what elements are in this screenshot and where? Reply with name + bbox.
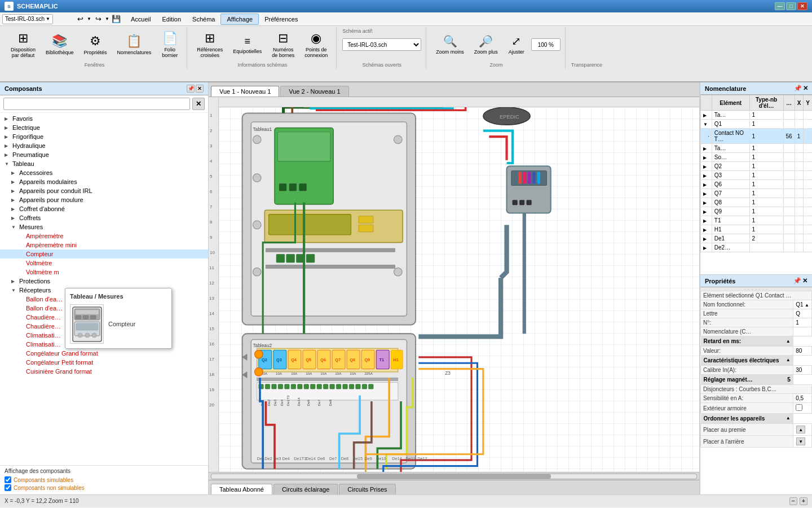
search-input[interactable] — [3, 98, 190, 110]
canvas-content[interactable]: Tableau1 — [219, 107, 699, 472]
svg-rect-18 — [359, 225, 373, 232]
redo-dropdown[interactable]: ▼ — [86, 14, 92, 24]
scrollbar-thumb[interactable] — [357, 474, 551, 479]
tree-item-frigorifique[interactable]: ▶Frigorifique — [0, 132, 208, 141]
nom-row[interactable]: ▶De2… — [701, 243, 813, 252]
nom-row[interactable]: ▶Q61 — [701, 180, 813, 189]
tree-item-protections[interactable]: ▶Protections — [0, 277, 208, 286]
tree-item-coffret-abo[interactable]: ▶Coffret d'abonné — [0, 204, 208, 213]
tree-item-compteur[interactable]: Compteur — [0, 249, 208, 259]
horizontal-scrollbar[interactable] — [209, 472, 699, 480]
tree-item-electrique[interactable]: ▶Electrique — [0, 123, 208, 132]
tab-vue1[interactable]: Vue 1 - Nouveau 1 — [211, 86, 279, 97]
tree-item-accessoires[interactable]: ▶Accessoires — [0, 168, 208, 177]
nom-row[interactable]: ▶So…1 — [701, 153, 813, 162]
btn-nomenclatures[interactable]: 📋 Nomenclatures — [113, 28, 156, 61]
check-non-simulables[interactable] — [5, 484, 11, 491]
save-button[interactable]: 💾 — [111, 14, 122, 24]
nom-row[interactable]: ▶T11 — [701, 216, 813, 225]
tree-item-appareils-mou[interactable]: ▶Appareils pour moulure — [0, 195, 208, 204]
svg-text:Q2: Q2 — [262, 357, 267, 362]
svg-rect-17 — [359, 216, 373, 224]
nom-row[interactable]: ▶Ta…1 — [701, 111, 813, 120]
menu-affichage[interactable]: Affichage — [220, 14, 259, 25]
nom-row-selected[interactable]: ·Contact NO T…1561 — [701, 129, 813, 144]
tree-item-pneumatique[interactable]: ▶Pneumatique — [0, 150, 208, 159]
check-simulables[interactable] — [5, 476, 11, 483]
tree-item-appareils-irl[interactable]: ▶Appareils pour conduit IRL — [0, 186, 208, 195]
tree-item-voltmetre[interactable]: Voltmètre — [0, 259, 208, 268]
nom-row[interactable]: ▶Q31 — [701, 171, 813, 180]
exterieur-checkbox[interactable] — [796, 404, 802, 411]
panel-pin[interactable]: 📌 — [187, 85, 195, 93]
menu-edition[interactable]: Edition — [156, 14, 187, 24]
tab-vue2[interactable]: Vue 2 - Nouveau 1 — [280, 86, 348, 97]
nom-row[interactable]: ▶H11 — [701, 225, 813, 234]
nom-row[interactable]: ▶Q21 — [701, 162, 813, 171]
schema-dropdown[interactable]: Test-IRL-03.sch — [342, 38, 421, 51]
btn-points-connexion[interactable]: ◉ Points deconnexion — [301, 28, 332, 61]
menu-schema[interactable]: Schéma — [187, 14, 220, 24]
redo-button[interactable]: ↪ — [92, 14, 104, 24]
maximize-button[interactable]: □ — [786, 2, 796, 10]
tree-item-amperemetre-mini[interactable]: Ampèremètre mini — [0, 240, 208, 249]
minimize-button[interactable]: — — [775, 2, 785, 10]
status-zoom-plus[interactable]: + — [800, 497, 807, 505]
tree-item-favoris[interactable]: ▶Favoris — [0, 114, 208, 123]
placer-premier-btn[interactable]: ▲ — [796, 426, 805, 433]
clear-search-button[interactable]: ✕ — [192, 98, 205, 110]
file-combo[interactable]: Test-IRL-03.sch ▼ — [2, 14, 53, 24]
nom-close[interactable]: ✕ — [803, 85, 808, 92]
tree-item-amperemetre[interactable]: Ampèremètre — [0, 231, 208, 240]
svg-rect-69 — [323, 384, 328, 389]
tree-item-mesures[interactable]: ▼Mesures — [0, 222, 208, 231]
tree-item-coffrets[interactable]: ▶Coffrets — [0, 213, 208, 222]
btn-numeros-bornes[interactable]: ⊟ Numérosde bornes — [268, 28, 298, 61]
nom-pin[interactable]: 📌 — [794, 85, 802, 92]
placer-arriere-btn[interactable]: ▼ — [796, 437, 805, 445]
col-element-name: Elément — [712, 95, 749, 111]
schema-selector[interactable]: Test-IRL-03.sch — [342, 38, 421, 51]
tree-item-voltmetre-m[interactable]: Voltmètre m — [0, 268, 208, 277]
tree-item-congelateur-gf[interactable]: Congélateur Grand format — [0, 349, 208, 358]
tab-circuits-eclairage[interactable]: Circuits éclairage — [273, 484, 338, 494]
btn-zoom-plus[interactable]: 🔎 Zoom plus — [470, 28, 502, 61]
props-close[interactable]: ✕ — [802, 277, 807, 284]
nom-row[interactable]: ▼Q11 — [701, 120, 813, 129]
btn-equipotielles[interactable]: ≡ Equipotielles — [229, 28, 266, 61]
nom-row[interactable]: ▶Q81 — [701, 198, 813, 207]
scrollbar-track[interactable] — [211, 474, 697, 479]
btn-refs-croisees[interactable]: ⊞ Référencescroisées — [193, 28, 227, 61]
btn-disposition[interactable]: ⊞ Dispositionpar défaut — [7, 28, 39, 61]
btn-zoom-moins[interactable]: 🔍 Zoom moins — [432, 28, 468, 61]
tree-item-cuisiniere-gf[interactable]: Cuisinière Grand format — [0, 367, 208, 376]
btn-proprietes[interactable]: ⚙ Propriétés — [80, 28, 111, 61]
nom-row[interactable]: ▶Q71 — [701, 189, 813, 198]
svg-rect-65 — [298, 384, 302, 389]
canvas-area[interactable]: 1 2 3 4 5 6 7 8 9 10 11 12 13 14 15 16 1… — [209, 97, 699, 472]
tab-tableau-abonne[interactable]: Tableau Abonné — [211, 484, 272, 494]
status-zoom-minus[interactable]: − — [789, 497, 797, 505]
properties-table-container[interactable]: Elément sélectionné Q1 Contact … Nom fon… — [700, 291, 812, 494]
nom-row[interactable]: ▶De12 — [701, 234, 813, 243]
zoom-value-input[interactable] — [531, 38, 561, 51]
btn-folio-bornier[interactable]: 📄 Foliobornier — [157, 28, 182, 61]
undo-button[interactable]: ↩ — [74, 14, 86, 24]
nom-row[interactable]: ▶Q91 — [701, 207, 813, 216]
props-pin[interactable]: 📌 — [793, 277, 801, 284]
menu-preferences[interactable]: Préférences — [259, 14, 303, 24]
nom-row[interactable]: ▶Ta…1 — [701, 144, 813, 153]
redo-dropdown2[interactable]: ▼ — [104, 14, 110, 24]
btn-bibliotheque[interactable]: 📚 Bibliothèque — [42, 28, 78, 61]
panel-close[interactable]: ✕ — [196, 85, 204, 93]
tree-item-tableau[interactable]: ▼Tableau — [0, 159, 208, 168]
close-button[interactable]: ✕ — [797, 2, 807, 10]
nomenclature-table-container[interactable]: Elément Type-nb d'él… … X Y ▶Ta…1 ▼Q11 ·… — [700, 95, 812, 274]
tree-item-congelateur-pf[interactable]: Congélateur Petit format — [0, 358, 208, 367]
menu-accueil[interactable]: Accueil — [125, 14, 156, 24]
tree-item-hydraulique[interactable]: ▶Hydraulique — [0, 141, 208, 150]
tab-circuits-prises[interactable]: Circuits Prises — [339, 484, 395, 494]
btn-ajuster[interactable]: ⤢ Ajuster — [504, 28, 529, 61]
circuit-diagram[interactable]: Tableau1 — [219, 107, 699, 472]
tree-item-appareils-mod[interactable]: ▶Appareils modulaires — [0, 177, 208, 186]
